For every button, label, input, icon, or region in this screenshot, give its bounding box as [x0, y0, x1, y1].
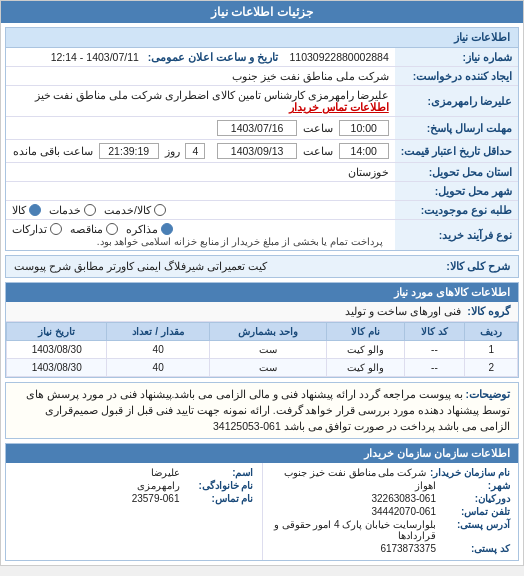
c-city-value: اهواز	[415, 480, 436, 491]
supply-kala-option[interactable]: کالا	[12, 204, 41, 216]
page-container: جزئیات اطلاعات نیاز اطلاعات نیاز شماره ن…	[0, 0, 524, 566]
supply-both-label: کالا/خدمت	[104, 204, 151, 216]
announcement-date-label: تاریخ و ساعت اعلان عمومی:	[148, 51, 278, 63]
col-code: کد کالا	[404, 323, 465, 341]
company-label: ایجاد کننده درخواست:	[395, 67, 518, 86]
city-label: شهر محل تحویل:	[395, 182, 518, 201]
postal-row-c: کد پستی: 6173873375	[271, 543, 511, 554]
product-title-value: کیت تعمیراتی شیرفلاگ ایمنی کاورتر مطابق …	[14, 260, 267, 273]
send-date-value: 1403/07/16	[217, 120, 297, 136]
col-name: نام کالا	[326, 323, 404, 341]
expire-days-label: روز	[165, 145, 180, 157]
desc-value: به پیوست مراجعه گردد ارائه پیشنهاد فنی و…	[26, 388, 510, 432]
contractor-inner: نام سازمان خریدار: شرکت ملی مناطق نفت خی…	[6, 463, 518, 560]
main-header-text: جزئیات اطلاعات نیاز	[211, 5, 313, 19]
goods-table-row: 1--والو کیتست401403/08/30	[7, 341, 518, 359]
announcement-date-value: 1403/07/11 - 12:14	[51, 51, 139, 63]
supply-both-option[interactable]: کالا/خدمت	[104, 204, 166, 216]
contractor-left-col: نام سازمان خریدار: شرکت ملی مناطق نفت خی…	[262, 463, 519, 560]
purchase-type-row: نوع فرآیند خرید: تدارکات مناقصه	[6, 220, 518, 251]
c-creator-value: علیرضا	[151, 467, 180, 478]
order-number-row: شماره نیاز: 11030922880002884 تاریخ و سا…	[6, 48, 518, 67]
contractor-right-col: اسم: علیرضا نام خانوادگی: رامهرمزی نام ت…	[6, 463, 262, 560]
c-code-value: 32263083-061	[371, 493, 436, 504]
expire-days-value: 4	[185, 143, 205, 159]
supply-khadamat-label: خدمات	[49, 204, 81, 216]
purchase-mozakere-radio[interactable]	[161, 223, 173, 235]
c-address-label: آدرس پستی:	[440, 519, 510, 530]
last-date-row: حداقل تاریخ اعتبار قیمت: 14:00 ساعت 1403…	[6, 140, 518, 163]
last-time-value: 14:00	[339, 143, 389, 159]
purchase-desc: پرداخت تمام یا بخشی از مبلغ خریدار از من…	[97, 236, 383, 247]
family-row-c: نام خانوادگی: رامهرمزی	[14, 480, 254, 491]
purchase-mozakere-label: مذاکره	[126, 223, 158, 235]
c-phone1-value: 34442070-061	[371, 506, 436, 517]
last-date-value: 1403/09/13	[217, 143, 297, 159]
c-family-label: نام خانوادگی:	[184, 480, 254, 491]
purchase-type-options: تدارکات مناقصه مذاکره	[12, 223, 389, 235]
purchase-tender-radio[interactable]	[106, 223, 118, 235]
supply-type-row: طلبه نوع موجودیت: کالا خدمات	[6, 201, 518, 220]
code-row-c: دورکیان: 32263083-061	[271, 493, 511, 504]
address-row-c: آدرس پستی: بلوارسایت خیابان پارک 4 امور …	[271, 519, 511, 541]
requester-row: علیرضا رامهرمزی: علیرضا رامهرمزی کارشناس…	[6, 86, 518, 117]
order-number-value: 11030922880002884	[289, 51, 388, 63]
product-title-bar: شرح کلی کالا: کیت تعمیراتی شیرفلاگ ایمنی…	[5, 255, 519, 278]
order-number-label: شماره نیاز:	[395, 48, 518, 67]
c-national-value: 23579-061	[132, 493, 180, 504]
national-row-c: نام تماس: 23579-061	[14, 493, 254, 504]
purchase-tadarok-label: تدارکات	[12, 223, 47, 235]
send-date-row: مهلت ارسال پاسخ: 10:00 ساعت 1403/07/16	[6, 117, 518, 140]
company-value: شرکت ملی مناطق نفت خیز جنوب	[232, 70, 389, 82]
order-info-header: اطلاعات نیاز	[6, 28, 518, 48]
purchase-tadarok-option[interactable]: تدارکات	[12, 223, 62, 235]
phone1-row-c: تلفن تماس: 34442070-061	[271, 506, 511, 517]
purchase-type-label: نوع فرآیند خرید:	[395, 220, 518, 251]
c-postal-label: کد پستی:	[440, 543, 510, 554]
order-info-section: اطلاعات نیاز شماره نیاز: 110309228800028…	[5, 27, 519, 251]
col-row: ردیف	[465, 323, 518, 341]
supply-khadamat-option[interactable]: خدمات	[49, 204, 96, 216]
supply-khadamat-radio[interactable]	[84, 204, 96, 216]
purchase-tender-label: مناقصه	[70, 223, 103, 235]
send-time-value: 10:00	[339, 120, 389, 136]
company-row: ایجاد کننده درخواست: شرکت ملی مناطق نفت …	[6, 67, 518, 86]
desc-box: توضیحات: به پیوست مراجعه گردد ارائه پیشن…	[5, 382, 519, 439]
main-header: جزئیات اطلاعات نیاز	[1, 1, 523, 23]
supply-kala-radio[interactable]	[29, 204, 41, 216]
product-title-label: شرح کلی کالا:	[446, 260, 510, 273]
contact-link[interactable]: اطلاعات تماس خریدار	[289, 101, 389, 113]
purchase-tadarok-radio[interactable]	[50, 223, 62, 235]
c-national-label: نام تماس:	[184, 493, 254, 504]
delivery-label: استان محل تحویل:	[395, 163, 518, 182]
order-info-table: شماره نیاز: 11030922880002884 تاریخ و سا…	[6, 48, 518, 250]
c-code-label: دورکیان:	[440, 493, 510, 504]
goods-table-header-row: ردیف کد کالا نام کالا واحد بشمارش مقدار …	[7, 323, 518, 341]
c-company-label: نام سازمان خریدار:	[430, 467, 510, 478]
goods-table: ردیف کد کالا نام کالا واحد بشمارش مقدار …	[6, 322, 518, 377]
col-qty: مقدار / تعداد	[107, 323, 210, 341]
c-phone1-label: تلفن تماس:	[440, 506, 510, 517]
c-family-value: رامهرمزی	[137, 480, 180, 491]
goods-section: اطلاعات کالاهای مورد نیاز گروه کالا: فنی…	[5, 282, 519, 378]
contractor-header: اطلاعات سازمان سازمان خریدار	[6, 444, 518, 463]
expire-time-value: 21:39:19	[99, 143, 159, 159]
company-row-c: نام سازمان خریدار: شرکت ملی مناطق نفت خی…	[271, 467, 511, 478]
c-address-value: بلوارسایت خیابان پارک 4 امور حقوقی و قرا…	[271, 519, 437, 541]
purchase-tender-option[interactable]: مناقصه	[70, 223, 118, 235]
contractor-section: اطلاعات سازمان سازمان خریدار نام سازمان …	[5, 443, 519, 561]
requester-label: علیرضا رامهرمزی:	[395, 86, 518, 117]
city-row: شهر محل تحویل:	[6, 182, 518, 201]
last-date-label: حداقل تاریخ اعتبار قیمت:	[395, 140, 518, 163]
purchase-mozakere-option[interactable]: مذاکره	[126, 223, 173, 235]
send-date-label: مهلت ارسال پاسخ:	[395, 117, 518, 140]
city-row-c: شهر: اهواز	[271, 480, 511, 491]
c-creator-label: اسم:	[184, 467, 254, 478]
creator-row-c: اسم: علیرضا	[14, 467, 254, 478]
delivery-row: استان محل تحویل: خوزستان	[6, 163, 518, 182]
supply-kala-label: کالا	[12, 204, 26, 216]
supply-both-radio[interactable]	[154, 204, 166, 216]
col-date: تاریخ نیاز	[7, 323, 107, 341]
c-company-value: شرکت ملی مناطق نفت خیز جنوب	[284, 467, 426, 478]
goods-group-value: فنی اورهای ساخت و تولید	[345, 305, 461, 318]
